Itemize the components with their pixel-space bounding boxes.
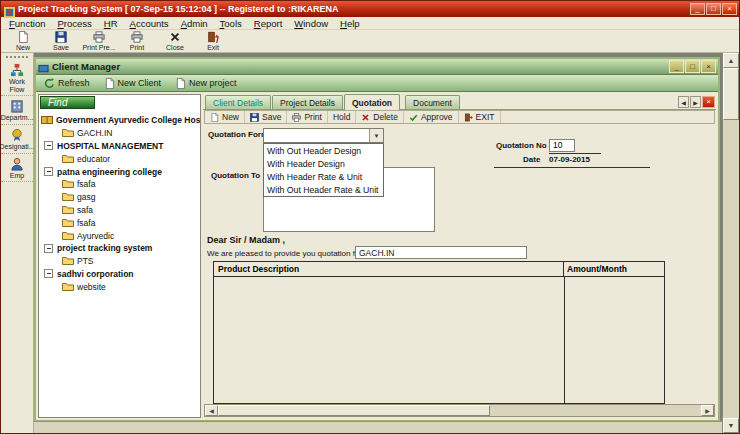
quotation-format-combo[interactable]: ▼ <box>263 128 384 143</box>
menu-tools[interactable]: Tools <box>214 18 248 29</box>
cm-maximize-button[interactable]: □ <box>685 60 700 73</box>
maximize-icon: □ <box>690 63 695 71</box>
collapse-icon[interactable] <box>44 141 53 150</box>
workspace: Work Flow Departm... Designati... Emp <box>1 53 739 433</box>
scrollbar-track[interactable] <box>490 405 701 416</box>
scroll-down-button[interactable]: ▼ <box>723 418 739 433</box>
mdi-area: Client Manager _ □ × Refresh New Client <box>34 53 722 433</box>
menu-accounts[interactable]: Accounts <box>124 18 175 29</box>
tree-node[interactable]: fsafa <box>41 216 200 229</box>
tab-label: Document <box>413 98 452 108</box>
button-label: EXIT <box>476 112 495 122</box>
tree-node[interactable]: educator <box>41 152 200 165</box>
menu-help[interactable]: Help <box>334 18 366 29</box>
tab-document[interactable]: Document <box>405 95 460 109</box>
dropdown-option[interactable]: With Header Rate & Unit <box>264 170 383 183</box>
save-button[interactable]: Save <box>42 30 80 52</box>
quotation-save-button[interactable]: Save <box>245 111 287 123</box>
new-project-button[interactable]: New project <box>171 77 241 90</box>
quotation-print-button[interactable]: Print <box>287 111 327 123</box>
quotation-exit-button[interactable]: EXIT <box>459 111 501 123</box>
exit-button[interactable]: Exit <box>194 30 232 52</box>
tab-close-button[interactable]: × <box>702 96 715 108</box>
print-button[interactable]: Print <box>118 30 156 52</box>
tree-node[interactable]: gasg <box>41 191 200 204</box>
collapse-icon[interactable] <box>44 167 53 176</box>
tree-node[interactable]: safa <box>41 204 200 217</box>
application-window: Project Tracking System [ 07-Sep-15 15:1… <box>0 0 740 434</box>
collapse-icon[interactable] <box>44 269 53 278</box>
quotation-new-button[interactable]: New <box>205 111 245 123</box>
cm-minimize-button[interactable]: _ <box>669 60 684 73</box>
quotation-no-value: 10 <box>553 140 562 150</box>
tree-node[interactable]: fsafa <box>41 178 200 191</box>
tree-node[interactable]: patna engineering college <box>41 165 200 178</box>
close-icon: × <box>706 98 711 106</box>
tree-node[interactable]: Ayurvedic <box>41 229 200 242</box>
minimize-button[interactable]: _ <box>690 3 705 15</box>
menu-process[interactable]: Process <box>51 18 97 29</box>
dock-grip-handle[interactable] <box>6 56 28 58</box>
building-icon <box>10 99 24 113</box>
dock-item-department[interactable]: Departm... <box>1 96 33 125</box>
close-x-icon <box>169 31 181 43</box>
scroll-up-button[interactable]: ▲ <box>723 53 739 68</box>
printer-icon <box>131 31 143 43</box>
dock-item-employee[interactable]: Emp <box>1 154 33 183</box>
cm-close-button[interactable]: × <box>701 60 716 73</box>
scroll-right-button[interactable]: ▶ <box>701 405 714 416</box>
dropdown-option[interactable]: With Header Design <box>264 157 383 170</box>
scrollbar-thumb[interactable] <box>723 68 739 120</box>
tree-node[interactable]: Government Ayurvedic College Hospital <box>41 114 200 127</box>
mdi-bottom-scroll-area[interactable] <box>34 421 722 433</box>
tree-node[interactable]: sadhvi corporation <box>41 268 200 281</box>
menu-admin[interactable]: Admin <box>175 18 214 29</box>
refresh-button[interactable]: Refresh <box>40 77 94 90</box>
quotation-no-field[interactable]: 10 <box>549 139 575 152</box>
tree-node[interactable]: HOSPITAL MANAGEMENT <box>41 140 200 153</box>
quotation-hold-button[interactable]: Hold <box>328 111 356 123</box>
dropdown-option[interactable]: With Out Header Design <box>264 144 383 157</box>
quotation-for-input[interactable] <box>355 246 527 259</box>
menu-window[interactable]: Window <box>288 18 334 29</box>
new-button[interactable]: New <box>4 30 42 52</box>
dock-item-work-flow[interactable]: Work Flow <box>1 60 33 96</box>
tree-node[interactable]: project tracking system <box>41 242 200 255</box>
tree-node[interactable]: GACH.IN <box>41 127 200 140</box>
maximize-button[interactable]: □ <box>706 3 721 15</box>
vertical-scrollbar[interactable]: ▲ ▼ <box>722 53 739 433</box>
tree-node[interactable]: website <box>41 280 200 293</box>
close-icon: × <box>727 5 732 13</box>
quotation-to-label: Quotation To <box>211 171 260 180</box>
column-divider <box>564 277 565 403</box>
menu-hr[interactable]: HR <box>98 18 124 29</box>
quotation-approve-button[interactable]: Approve <box>404 111 459 123</box>
tab-quotation[interactable]: Quotation <box>344 94 400 110</box>
close-window-button[interactable]: Close <box>156 30 194 52</box>
scrollbar-thumb[interactable] <box>218 405 490 416</box>
button-label: New Client <box>118 78 162 88</box>
client-tree: Government Ayurvedic College Hospital GA… <box>41 114 200 293</box>
tab-client-details[interactable]: Client Details <box>205 95 271 109</box>
button-label: New <box>16 44 30 51</box>
quotation-delete-button[interactable]: Delete <box>356 111 404 123</box>
dropdown-option[interactable]: With Out Header Rate & Unit <box>264 183 383 196</box>
tree-node[interactable]: PTS <box>41 255 200 268</box>
find-search-box[interactable]: Find <box>40 96 95 109</box>
dock-item-designation[interactable]: Designati... <box>1 125 33 154</box>
close-button[interactable]: × <box>722 3 737 15</box>
collapse-icon[interactable] <box>44 244 53 253</box>
new-client-button[interactable]: New Client <box>100 77 166 90</box>
tab-project-details[interactable]: Project Details <box>272 95 343 109</box>
tab-scroll-left-button[interactable]: ◀ <box>678 96 689 108</box>
printer-icon <box>292 113 301 122</box>
combo-dropdown-button[interactable]: ▼ <box>369 129 383 142</box>
table-body[interactable] <box>214 277 664 403</box>
menu-function[interactable]: Function <box>3 18 51 29</box>
tab-scroll-right-button[interactable]: ▶ <box>690 96 701 108</box>
scroll-left-button[interactable]: ◀ <box>205 405 218 416</box>
scrollbar-track[interactable] <box>723 68 739 418</box>
menu-report[interactable]: Report <box>248 18 289 29</box>
print-preview-button[interactable]: Print Pre... <box>80 30 118 52</box>
horizontal-scrollbar[interactable]: ◀ ▶ <box>204 404 715 417</box>
